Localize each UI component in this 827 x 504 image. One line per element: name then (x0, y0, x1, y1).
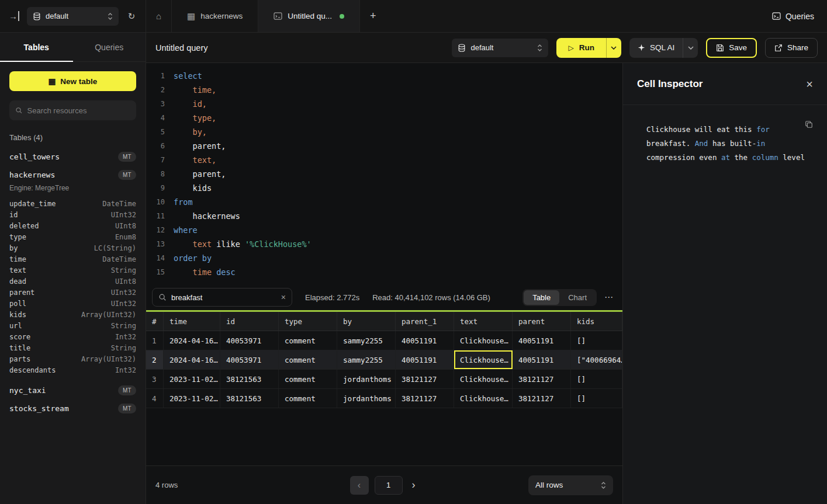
tab-untitled-query[interactable]: Untitled qu... (258, 0, 360, 32)
cell-time[interactable]: 2023-11-02… (164, 389, 220, 408)
view-table-button[interactable]: Table (524, 290, 559, 305)
view-chart-button[interactable]: Chart (559, 290, 596, 305)
cell-parent[interactable]: 38121127 (513, 370, 571, 388)
table-item-cell-towers[interactable]: cell_towers MT (0, 148, 146, 166)
query-database-selector[interactable]: default (452, 39, 548, 57)
more-options-button[interactable]: ⋯ (604, 292, 613, 303)
prev-page-button[interactable]: ‹ (350, 476, 369, 495)
schema-column-row[interactable]: typeEnum8 (0, 231, 146, 242)
chevron-down-icon (611, 46, 617, 50)
table-item-hackernews[interactable]: hackernews MT (0, 166, 146, 184)
cell-text[interactable]: Clickhouse… (454, 331, 513, 350)
cell-type[interactable]: comment (279, 370, 337, 388)
page-input[interactable] (375, 476, 403, 495)
run-button[interactable]: ▷ Run (556, 38, 605, 58)
next-page-button[interactable]: › (409, 479, 419, 491)
cell-parent_1[interactable]: 38121127 (396, 389, 454, 408)
queries-button[interactable]: Queries (772, 12, 814, 21)
cell-id[interactable]: 40053971 (220, 331, 279, 350)
column-header[interactable]: text (454, 312, 513, 331)
new-tab-button[interactable]: + (360, 0, 386, 32)
refresh-button[interactable]: ↻ (124, 11, 139, 22)
cell-parent[interactable]: 38121127 (513, 389, 571, 408)
cell-kids[interactable]: [] (571, 389, 622, 408)
column-header[interactable]: parent (513, 312, 571, 331)
cell-time[interactable]: 2024-04-16… (164, 350, 220, 369)
cell-type[interactable]: comment (279, 389, 337, 408)
cell-type[interactable]: comment (279, 350, 337, 369)
column-header[interactable]: parent_1 (396, 312, 454, 331)
sql-ai-button[interactable]: SQL AI (629, 43, 683, 52)
table-item-stocks-stream[interactable]: stocks_stream MT (0, 399, 146, 418)
copy-cell-button[interactable] (805, 120, 813, 128)
cell-id[interactable]: 38121563 (220, 389, 279, 408)
column-header[interactable]: kids (571, 312, 622, 331)
cell-id[interactable]: 40053971 (220, 350, 279, 369)
cell-parent[interactable]: 40051191 (513, 350, 571, 369)
sql-editor[interactable]: 1select2 time,3 id,4 type,5 by,6 parent,… (146, 63, 622, 284)
sql-ai-options-button[interactable] (683, 38, 698, 58)
cell-time[interactable]: 2024-04-16… (164, 331, 220, 350)
column-header[interactable]: time (164, 312, 220, 331)
cell-parent_1[interactable]: 40051191 (396, 331, 454, 350)
clear-search-icon[interactable]: × (281, 293, 286, 302)
new-table-button[interactable]: ▦ New table (9, 71, 136, 91)
cell-type[interactable]: comment (279, 331, 337, 350)
close-inspector-button[interactable]: × (806, 78, 813, 90)
cell-by[interactable]: jordanthoms (337, 370, 396, 388)
cell-by[interactable]: sammy2255 (337, 350, 396, 369)
cell-id[interactable]: 38121563 (220, 370, 279, 388)
column-header[interactable]: type (279, 312, 337, 331)
column-header[interactable]: by (337, 312, 396, 331)
schema-column-row[interactable]: titleString (0, 342, 146, 353)
cell-time[interactable]: 2023-11-02… (164, 370, 220, 388)
schema-column-row[interactable]: pollUInt32 (0, 298, 146, 309)
schema-column-row[interactable]: timeDateTime (0, 253, 146, 265)
page-size-selector[interactable]: All rows (528, 475, 613, 495)
query-actions: default ▷ Run (452, 38, 818, 58)
sidebar-toggle-button[interactable]: → (7, 11, 21, 21)
cell-text[interactable]: Clickhouse… (454, 389, 513, 408)
schema-column-row[interactable]: descendantsInt32 (0, 364, 146, 376)
schema-column-row[interactable]: partsArray(UInt32) (0, 353, 146, 364)
cell-kids[interactable]: [] (571, 370, 622, 388)
topbar-database-selector[interactable]: default (27, 7, 119, 26)
row-number[interactable]: 2 (146, 350, 164, 369)
resource-search-input[interactable] (27, 106, 130, 115)
row-number[interactable]: 4 (146, 389, 164, 408)
cell-text[interactable]: Clickhouse… (454, 370, 513, 388)
row-number[interactable]: 1 (146, 331, 164, 350)
schema-column-row[interactable]: parentUInt32 (0, 287, 146, 298)
cell-text[interactable]: Clickhouse… (454, 350, 513, 369)
schema-column-row[interactable]: byLC(String) (0, 242, 146, 253)
schema-column-row[interactable]: urlString (0, 320, 146, 331)
table-item-nyc-taxi[interactable]: nyc_taxi MT (0, 381, 146, 399)
cell-parent[interactable]: 40051191 (513, 331, 571, 350)
schema-column-row[interactable]: deletedUInt8 (0, 220, 146, 231)
schema-column-row[interactable]: kidsArray(UInt32) (0, 309, 146, 320)
row-number[interactable]: 3 (146, 370, 164, 388)
tab-hackernews[interactable]: ▦ hackernews (172, 0, 258, 32)
cell-kids[interactable]: [] (571, 331, 622, 350)
cell-parent_1[interactable]: 40051191 (396, 350, 454, 369)
save-button[interactable]: Save (706, 38, 757, 58)
schema-column-row[interactable]: scoreInt32 (0, 331, 146, 342)
cell-kids[interactable]: ["40066964… (571, 350, 622, 369)
column-header[interactable]: # (146, 312, 164, 331)
cell-parent_1[interactable]: 38121127 (396, 370, 454, 388)
share-button[interactable]: Share (765, 38, 818, 58)
database-name: default (46, 12, 68, 20)
schema-column-row[interactable]: idUInt32 (0, 209, 146, 220)
tab-home[interactable]: ⌂ (146, 0, 172, 32)
schema-column-row[interactable]: update_timeDateTime (0, 198, 146, 209)
schema-column-row[interactable]: deadUInt8 (0, 276, 146, 287)
cell-by[interactable]: sammy2255 (337, 331, 396, 350)
sidebar-tab-queries[interactable]: Queries (73, 33, 146, 61)
column-header[interactable]: id (220, 312, 279, 331)
line-number: 4 (151, 111, 165, 125)
results-search-input[interactable] (171, 293, 276, 302)
cell-by[interactable]: jordanthoms (337, 389, 396, 408)
run-options-button[interactable] (606, 38, 621, 58)
sidebar-tab-tables[interactable]: Tables (0, 33, 73, 61)
schema-column-row[interactable]: textString (0, 265, 146, 276)
